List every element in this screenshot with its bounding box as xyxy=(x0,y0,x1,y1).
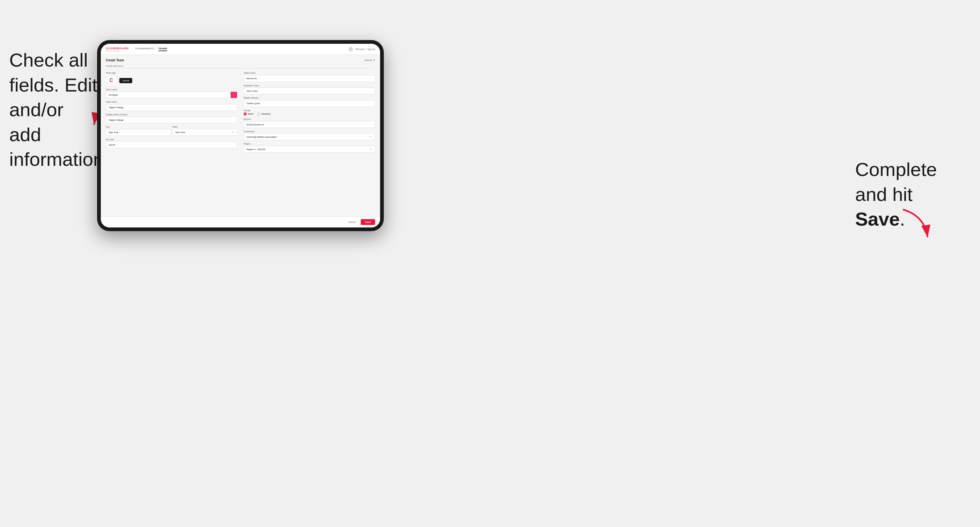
display-name-group: Display name (unique) xyxy=(106,113,237,124)
team-logo-label: Team logo xyxy=(106,72,237,74)
right-column: Head Coach Assistant Coach Athletic Dire… xyxy=(243,72,375,155)
state-value: New York xyxy=(175,131,185,134)
team-name-input[interactable] xyxy=(106,104,237,111)
assistant-coach-group: Assistant Coach xyxy=(243,84,375,95)
state-field: State New York ✕ ⌄ xyxy=(173,126,238,136)
team-logo-circle: C xyxy=(106,75,117,86)
athletic-director-label: Athletic Director xyxy=(243,97,375,99)
team-colour-group: Team colour xyxy=(106,89,237,98)
team-colour-label: Team colour xyxy=(106,89,237,90)
display-name-input[interactable] xyxy=(106,116,237,123)
athletic-director-input[interactable] xyxy=(243,100,375,107)
conference-select[interactable]: University Athletic Association ✕ ⌄ xyxy=(243,133,375,140)
city-label: City xyxy=(106,126,171,128)
zip-group: Zip code xyxy=(106,138,237,149)
radio-womens-dot xyxy=(257,113,260,116)
gender-womens-label: Womens xyxy=(261,113,270,115)
logo-text: SCOREBOARD xyxy=(106,47,129,50)
state-select[interactable]: New York ✕ ⌄ xyxy=(173,129,238,136)
x-icon[interactable]: ✕ xyxy=(369,148,371,151)
team-name-label: Team name xyxy=(106,101,237,103)
right-arrow-icon xyxy=(894,206,937,243)
head-coach-group: Head Coach xyxy=(243,72,375,82)
division-label: Division xyxy=(243,118,375,120)
region-group: Region Region II - (M) DIII ✕ ⌄ xyxy=(243,143,375,152)
save-button[interactable]: Save xyxy=(361,219,375,225)
radio-group: Mens Womens xyxy=(243,113,375,116)
radio-womens[interactable]: Womens xyxy=(257,113,270,116)
radio-mens-dot xyxy=(243,113,247,116)
conference-label: Conference xyxy=(243,130,375,133)
region-select[interactable]: Region II - (M) DIII ✕ ⌄ xyxy=(243,146,375,152)
cancel-button[interactable]: Cancel xyxy=(345,219,358,225)
team-logo-letter: C xyxy=(110,78,113,83)
color-input-group xyxy=(106,92,237,98)
state-select-wrapper: New York ✕ ⌄ xyxy=(173,129,238,136)
x-icon[interactable]: ✕ xyxy=(232,131,233,133)
color-swatch[interactable] xyxy=(231,92,237,98)
conference-value: University Athletic Association xyxy=(246,136,277,138)
nav-tournaments[interactable]: TOURNAMENTS xyxy=(135,47,154,51)
division-group: Division NCAA Division III ⌄ xyxy=(243,118,375,128)
nav-teams[interactable]: TEAMS xyxy=(159,47,167,51)
head-coach-label: Head Coach xyxy=(243,72,375,74)
nav-links: TOURNAMENTS TEAMS xyxy=(135,47,348,51)
region-controls: ✕ ⌄ xyxy=(369,148,374,151)
city-state-row: City State New York ✕ ⌄ xyxy=(106,126,237,136)
tablet-screen: SCOREBOARD Powered by clippd TOURNAMENTS… xyxy=(101,44,380,227)
logo-sub: Powered by clippd xyxy=(106,50,129,52)
form-footer: Cancel Save xyxy=(101,216,380,227)
city-input[interactable] xyxy=(106,129,171,136)
close-icon: ✕ xyxy=(373,59,375,62)
chevron-down-icon: ⌄ xyxy=(234,131,236,133)
upload-button[interactable]: Upload xyxy=(119,78,132,83)
cancel-x-button[interactable]: Cancel ✕ xyxy=(364,59,375,62)
cancel-x-label: Cancel xyxy=(364,59,372,62)
logo-upload-area: C Upload xyxy=(106,75,237,86)
page-header: Create Team Cancel ✕ xyxy=(106,59,375,62)
athletic-director-group: Athletic Director xyxy=(243,97,375,107)
city-field: City xyxy=(106,126,171,136)
x-icon[interactable]: ✕ xyxy=(369,136,371,138)
logo-area: SCOREBOARD Powered by clippd xyxy=(106,47,129,52)
chevron-down-icon: ⌄ xyxy=(372,148,374,151)
team-colour-input[interactable] xyxy=(106,92,231,98)
gender-mens-label: Mens xyxy=(248,113,253,115)
nav-right: T Test User | Sign out xyxy=(348,47,375,52)
gender-label: Gender xyxy=(243,110,375,111)
navbar: SCOREBOARD Powered by clippd TOURNAMENTS… xyxy=(101,44,380,55)
zip-label: Zip code xyxy=(106,138,237,141)
content-area: Create Team Cancel ✕ TEAM DETAILS Team l… xyxy=(101,55,380,216)
tablet-frame: SCOREBOARD Powered by clippd TOURNAMENTS… xyxy=(97,40,384,231)
conference-controls: ✕ ⌄ xyxy=(369,136,374,138)
form-columns: Team logo C Upload Team colour xyxy=(106,72,375,155)
division-select[interactable]: NCAA Division III xyxy=(243,121,375,128)
state-label: State xyxy=(173,126,238,128)
gender-group: Gender Mens Womens xyxy=(243,110,375,116)
team-logo-group: Team logo C Upload xyxy=(106,72,237,86)
region-label: Region xyxy=(243,143,375,145)
assistant-coach-label: Assistant Coach xyxy=(243,84,375,87)
chevron-down-icon: ⌄ xyxy=(372,136,374,138)
head-coach-input[interactable] xyxy=(243,75,375,82)
section-label: TEAM DETAILS xyxy=(106,65,375,69)
radio-mens[interactable]: Mens xyxy=(243,113,253,116)
zip-input[interactable] xyxy=(106,141,237,148)
region-select-wrapper: Region II - (M) DIII ✕ ⌄ xyxy=(243,146,375,152)
assistant-coach-input[interactable] xyxy=(243,87,375,94)
conference-group: Conference University Athletic Associati… xyxy=(243,130,375,140)
team-name-group: Team name xyxy=(106,101,237,111)
state-controls: ✕ ⌄ xyxy=(232,131,236,133)
sign-out-link[interactable]: Sign out xyxy=(367,48,375,50)
user-label: Test User | xyxy=(355,48,365,50)
left-column: Team logo C Upload Team colour xyxy=(106,72,237,155)
region-value: Region II - (M) DIII xyxy=(246,148,266,151)
conference-select-wrapper: University Athletic Association ✕ ⌄ xyxy=(243,133,375,140)
display-name-label: Display name (unique) xyxy=(106,113,237,116)
division-select-wrapper: NCAA Division III ⌄ xyxy=(243,121,375,128)
page-title: Create Team xyxy=(106,59,124,62)
avatar: T xyxy=(348,47,353,52)
